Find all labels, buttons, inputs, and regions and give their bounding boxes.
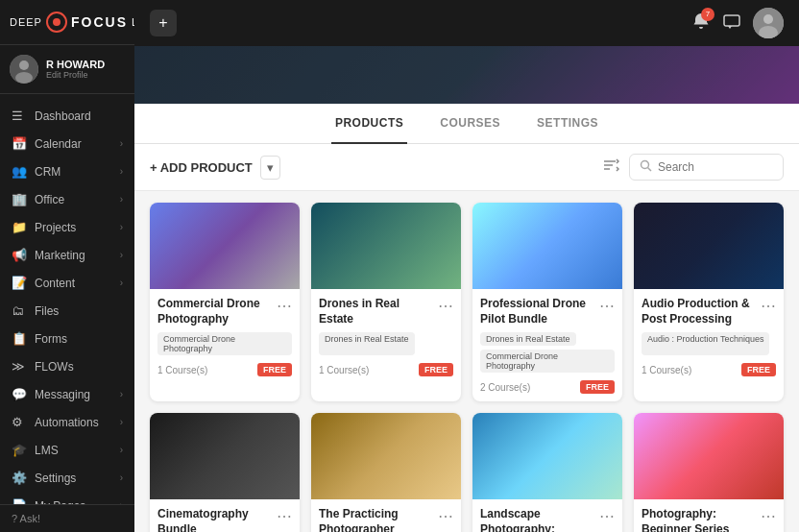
sidebar-item-crm[interactable]: 👥 CRM › xyxy=(0,157,134,185)
user-avatar-top[interactable] xyxy=(753,8,784,38)
sidebar-item-marketing[interactable]: 📢 Marketing › xyxy=(0,241,134,269)
add-product-button[interactable]: + ADD PRODUCT xyxy=(150,160,253,175)
nav-label-office: Office xyxy=(35,193,64,206)
nav-icon-automations: ⚙ xyxy=(12,415,27,429)
product-menu-p3[interactable]: ⋯ xyxy=(595,297,615,315)
sort-button[interactable] xyxy=(602,157,619,178)
sidebar-item-messaging[interactable]: 💬 Messaging › xyxy=(0,380,134,408)
tab-courses[interactable]: COURSES xyxy=(436,104,504,144)
help-button[interactable]: ? Ask! xyxy=(0,504,134,532)
svg-point-1 xyxy=(19,60,29,70)
sidebar-item-settings[interactable]: ⚙️ Settings › xyxy=(0,464,134,492)
notifications-button[interactable]: 7 xyxy=(691,12,711,36)
nav-chevron-crm: › xyxy=(120,166,123,177)
free-badge-p1: FREE xyxy=(257,363,292,376)
product-tags-p2: Drones in Real Estate xyxy=(319,332,453,355)
notification-badge: 7 xyxy=(701,8,714,21)
edit-profile-link[interactable]: Edit Profile xyxy=(46,70,125,80)
nav-label-settings: Settings xyxy=(35,472,76,485)
search-svg xyxy=(640,159,652,172)
nav-label-dashboard: Dashboard xyxy=(35,109,91,123)
nav-icon-settings: ⚙️ xyxy=(12,471,27,485)
sidebar-item-dashboard[interactable]: ☰ Dashboard xyxy=(0,102,134,130)
product-menu-p4[interactable]: ⋯ xyxy=(757,297,776,315)
search-box xyxy=(629,154,784,181)
sidebar-item-projects[interactable]: 📁 Projects › xyxy=(0,213,134,241)
toolbar-left: + ADD PRODUCT ▾ xyxy=(150,156,280,180)
nav-label-crm: CRM xyxy=(35,165,61,179)
product-menu-p7[interactable]: ⋯ xyxy=(595,507,615,525)
courses-count-p4: 1 Course(s) xyxy=(642,365,691,375)
product-image-p4 xyxy=(634,203,784,289)
product-card-p6: The Practicing Photographer ⋯ The Practi… xyxy=(311,413,461,532)
nav-icon-content: 📝 xyxy=(12,276,27,290)
product-menu-p8[interactable]: ⋯ xyxy=(757,507,776,525)
user-info: R HOWARD Edit Profile xyxy=(46,59,125,80)
search-input[interactable] xyxy=(658,160,773,174)
add-product-dropdown[interactable]: ▾ xyxy=(260,156,280,180)
product-image-p6 xyxy=(311,413,461,499)
nav-icon-lms: 🎓 xyxy=(12,443,27,457)
nav-chevron-marketing: › xyxy=(120,250,123,260)
nav-label-messaging: Messaging xyxy=(35,388,90,401)
products-grid: Commercial Drone Photography ⋯ Commercia… xyxy=(150,203,784,532)
card-header-p4: Audio Production & Post Processing ⋯ xyxy=(642,297,776,326)
message-icon xyxy=(722,12,741,31)
sidebar-item-files[interactable]: 🗂 Files xyxy=(0,297,134,325)
nav-label-automations: Automations xyxy=(35,416,99,429)
messages-button[interactable] xyxy=(722,12,741,36)
sidebar-item-office[interactable]: 🏢 Office › xyxy=(0,185,134,213)
add-button[interactable]: + xyxy=(150,10,177,36)
product-menu-p6[interactable]: ⋯ xyxy=(434,507,453,525)
card-footer-p3: 2 Course(s) FREE xyxy=(480,380,615,394)
sidebar: DEEP FOCUS LABS « R HOWARD Edit Profile … xyxy=(0,0,134,532)
product-menu-p2[interactable]: ⋯ xyxy=(434,297,453,315)
product-card-p1: Commercial Drone Photography ⋯ Commercia… xyxy=(150,203,300,401)
product-image-p2 xyxy=(311,203,461,289)
product-image-p8 xyxy=(634,413,784,499)
hero-banner xyxy=(134,46,799,104)
nav-icon-marketing: 📢 xyxy=(12,248,27,262)
card-footer-p2: 1 Course(s) FREE xyxy=(319,363,453,376)
nav-icon-office: 🏢 xyxy=(12,192,27,206)
free-badge-p2: FREE xyxy=(419,363,453,376)
sidebar-user: R HOWARD Edit Profile xyxy=(0,45,134,94)
card-body-p5: Cinematography Bundle ⋯ Cinematography B… xyxy=(150,499,300,532)
sidebar-item-forms[interactable]: 📋 Forms xyxy=(0,325,134,352)
product-menu-p5[interactable]: ⋯ xyxy=(273,507,292,525)
nav-item-left-automations: ⚙ Automations xyxy=(12,415,99,429)
card-body-p3: Professional Drone Pilot Bundle ⋯ Drones… xyxy=(472,289,622,401)
tab-settings[interactable]: SETTINGS xyxy=(533,104,602,144)
tab-nav: PRODUCTSCOURSESSETTINGS xyxy=(134,104,799,144)
avatar xyxy=(10,55,38,84)
nav-item-left-messaging: 💬 Messaging xyxy=(12,387,90,401)
product-card-p2: Drones in Real Estate ⋯ Drones in Real E… xyxy=(311,203,461,401)
hero-overlay xyxy=(134,46,799,104)
sidebar-item-automations[interactable]: ⚙ Automations › xyxy=(0,408,134,436)
nav-item-left-crm: 👥 CRM xyxy=(12,164,61,179)
avatar-image xyxy=(10,55,38,84)
nav-icon-messaging: 💬 xyxy=(12,387,27,401)
courses-count-p3: 2 Course(s) xyxy=(480,382,530,393)
nav-item-left-calendar: 📅 Calendar xyxy=(12,136,82,151)
svg-rect-3 xyxy=(724,15,739,26)
sidebar-item-lms[interactable]: 🎓 LMS › xyxy=(0,436,134,464)
card-header-p2: Drones in Real Estate ⋯ xyxy=(319,297,453,326)
sidebar-item-content[interactable]: 📝 Content › xyxy=(0,269,134,297)
courses-count-p2: 1 Course(s) xyxy=(319,365,369,375)
sidebar-item-mypages[interactable]: 📄 My Pages › xyxy=(0,492,134,504)
logo-deep: DEEP xyxy=(10,16,42,28)
nav-label-flows: FLOWs xyxy=(35,360,74,374)
card-header-p5: Cinematography Bundle ⋯ xyxy=(157,507,292,532)
sidebar-item-calendar[interactable]: 📅 Calendar › xyxy=(0,130,134,157)
product-image-p7 xyxy=(472,413,622,499)
sidebar-item-flows[interactable]: ≫ FLOWs xyxy=(0,352,134,380)
product-menu-p1[interactable]: ⋯ xyxy=(273,297,292,315)
nav-item-left-files: 🗂 Files xyxy=(12,303,59,318)
tab-products[interactable]: PRODUCTS xyxy=(331,104,407,144)
svg-point-2 xyxy=(15,72,33,84)
courses-count-p1: 1 Course(s) xyxy=(157,365,207,375)
nav-icon-files: 🗂 xyxy=(12,303,27,318)
product-title-p6: The Practicing Photographer xyxy=(319,507,434,532)
product-title-p7: Landscape Photography: Basics xyxy=(480,507,595,532)
